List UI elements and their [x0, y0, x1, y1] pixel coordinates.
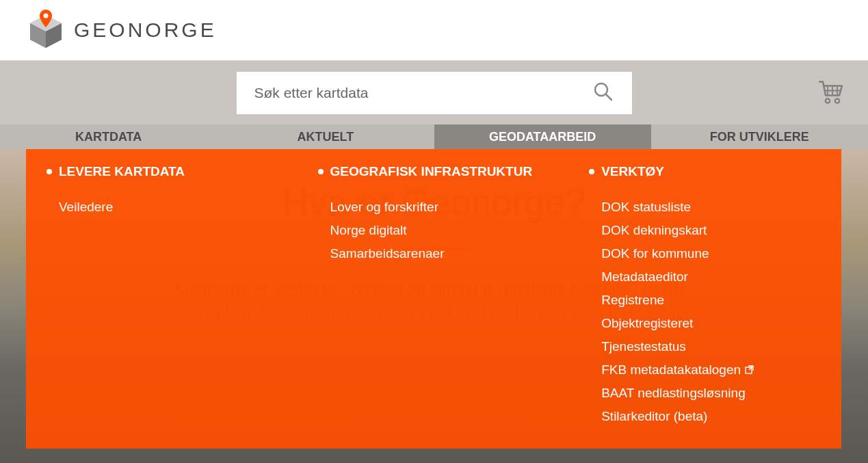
logo-mark-icon — [27, 10, 64, 51]
mega-heading-label: VERKTØY — [601, 164, 664, 179]
mega-menu: LEVERE KARTDATA Veiledere GEOGRAFISK INF… — [26, 149, 841, 449]
mega-col-geografisk-infrastruktur: GEOGRAFISK INFRASTRUKTUR Lover og forskr… — [318, 164, 590, 428]
svg-line-14 — [749, 366, 753, 370]
mega-link-fkb-metadatakatalogen[interactable]: FKB metadatakatalogen — [589, 358, 821, 382]
nav-item-kartdata[interactable]: KARTDATA — [0, 124, 217, 149]
mega-heading-label: GEOGRAFISK INFRASTRUKTUR — [330, 164, 533, 179]
mega-link-registrene[interactable]: Registrene — [589, 289, 821, 312]
mega-link-baat-nedlastingslosning[interactable]: BAAT nedlastingsløsning — [589, 382, 821, 405]
mega-heading-levere-kartdata[interactable]: LEVERE KARTDATA — [47, 164, 318, 179]
mega-link-dok-statusliste[interactable]: DOK statusliste — [589, 196, 821, 219]
header: GEONORGE — [0, 0, 868, 60]
mega-col-verktoy: VERKTØY DOK statusliste DOK dekningskart… — [589, 164, 821, 428]
mega-link-norge-digitalt[interactable]: Norge digitalt — [318, 219, 590, 242]
search-box — [237, 72, 632, 114]
mega-link-label: FKB metadatakatalogen — [601, 362, 741, 378]
svg-line-6 — [606, 94, 611, 100]
logo[interactable]: GEONORGE — [27, 10, 217, 51]
mega-link-dok-for-kommune[interactable]: DOK for kommune — [589, 242, 821, 265]
mega-link-metadataeditor[interactable]: Metadataeditor — [589, 265, 821, 289]
logo-text: GEONORGE — [74, 18, 217, 42]
mega-link-tjenestestatus[interactable]: Tjenestestatus — [589, 335, 821, 358]
cart-button[interactable] — [817, 79, 845, 107]
cart-icon — [817, 96, 845, 107]
hero-section: Hva er Geonorge? Geonorge er stedet for … — [0, 149, 868, 463]
external-link-icon — [745, 362, 754, 378]
search-icon — [592, 94, 614, 105]
mega-heading-geografisk-infrastruktur[interactable]: GEOGRAFISK INFRASTRUKTUR — [318, 164, 590, 179]
search-button[interactable] — [592, 81, 614, 105]
mega-link-stilarkeditor-beta[interactable]: Stilarkeditor (beta) — [589, 405, 821, 428]
nav-item-aktuelt[interactable]: AKTUELT — [217, 124, 434, 149]
mega-col-levere-kartdata: LEVERE KARTDATA Veiledere — [47, 164, 318, 428]
mega-heading-label: LEVERE KARTDATA — [59, 164, 185, 179]
mega-link-dok-dekningskart[interactable]: DOK dekningskart — [589, 219, 821, 242]
nav-item-geodataarbeid[interactable]: GEODATAARBEID — [434, 124, 651, 149]
main-nav: KARTDATA AKTUELT GEODATAARBEID FOR UTVIK… — [0, 124, 868, 149]
mega-link-lover-og-forskrifter[interactable]: Lover og forskrifter — [318, 196, 590, 219]
mega-link-samarbeidsarenaer[interactable]: Samarbeidsarenaer — [318, 242, 590, 265]
search-bar — [0, 60, 868, 124]
search-input[interactable] — [254, 85, 592, 101]
mega-heading-verktoy[interactable]: VERKTØY — [589, 164, 821, 179]
nav-item-for-utviklere[interactable]: FOR UTVIKLERE — [651, 124, 868, 149]
mega-link-veiledere[interactable]: Veiledere — [47, 196, 318, 219]
svg-point-4 — [44, 14, 49, 18]
mega-link-objektregisteret[interactable]: Objektregisteret — [589, 312, 821, 335]
svg-point-11 — [826, 98, 830, 103]
svg-point-12 — [835, 98, 839, 103]
